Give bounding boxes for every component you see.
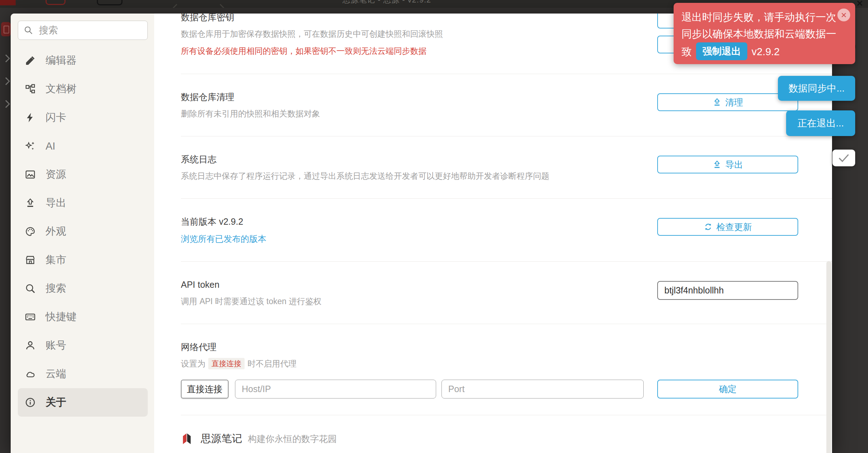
section-title: 网络代理 (181, 340, 626, 353)
toast-text-line2: 同步以确保本地数据和云端数据一 (681, 26, 847, 42)
check-update-button-label: 检查更新 (716, 221, 752, 233)
sidebar-item-label: 搜索 (46, 281, 66, 296)
chevron-forward-icon (220, 0, 237, 8)
doc-tree-icon (25, 84, 36, 94)
background-icon-fragment (46, 0, 66, 5)
sidebar-item-label: 集市 (46, 253, 66, 267)
chevron-right-icon (4, 76, 11, 86)
refresh-icon (704, 222, 713, 231)
toast-text-line1: 退出时同步失败，请手动执行一次 (681, 9, 847, 26)
section-title: 数据仓库密钥 (181, 14, 443, 24)
sidebar-item-marketplace[interactable]: 集市 (18, 246, 148, 274)
settings-dialog: 编辑器 文档树 闪卡 (11, 14, 832, 453)
sidebar-item-editor[interactable]: 编辑器 (18, 46, 148, 75)
section-desc: 设置为直接连接时不启用代理 (181, 358, 626, 370)
direct-connect-tag: 直接连接 (208, 358, 245, 369)
force-quit-button[interactable]: 强制退出 (696, 42, 747, 60)
sidebar-item-hotkeys[interactable]: 快捷键 (18, 303, 148, 331)
section-network-proxy: 网络代理 设置为直接连接时不启用代理 直接连接 确定 (181, 324, 798, 415)
sidebar-item-label: AI (46, 140, 55, 152)
dock-tab-icon (1, 22, 11, 36)
sidebar-item-export[interactable]: 导出 (18, 189, 148, 217)
close-icon: × (857, 0, 863, 8)
section-desc: 调用 API 时需要通过该 token 进行鉴权 (181, 295, 321, 307)
sidebar-item-label: 文档树 (46, 82, 77, 96)
cloud-icon (25, 369, 36, 379)
chevron-back-icon (160, 0, 177, 8)
person-icon (25, 340, 36, 351)
store-icon (25, 255, 36, 265)
close-icon: ✕ (841, 11, 847, 19)
sidebar-item-ai[interactable]: AI (18, 132, 148, 160)
sidebar-item-label: 编辑器 (46, 53, 77, 68)
check-icon (838, 153, 850, 163)
sidebar-item-label: 资源 (46, 167, 66, 182)
chevron-right-icon (4, 53, 11, 63)
sparkles-icon (25, 141, 36, 151)
purge-button-label: 清理 (725, 97, 743, 108)
sidebar-item-account[interactable]: 账号 (18, 331, 148, 360)
sidebar-item-doc-tree[interactable]: 文档树 (18, 75, 148, 103)
image-icon (25, 169, 36, 180)
proxy-confirm-button[interactable]: 确定 (657, 380, 798, 399)
chevron-right-icon (4, 99, 11, 109)
app-slogan: 构建你永恒的数字花园 (248, 433, 337, 445)
sidebar-item-label: 外观 (46, 224, 66, 239)
upload-icon (25, 198, 36, 208)
background-logo-fragment (0, 0, 16, 5)
window-title: 思源笔记 - 思源 - v2.9.2 (343, 0, 431, 5)
sidebar-item-assets[interactable]: 资源 (18, 160, 148, 189)
keyboard-icon (97, 0, 122, 5)
check-update-button[interactable]: 检查更新 (657, 218, 798, 236)
proxy-controls-row: 直接连接 确定 (181, 380, 798, 399)
proxy-scheme-select[interactable]: 直接连接 (181, 380, 229, 399)
sidebar-item-label: 账号 (46, 338, 66, 353)
scrollbar-thumb[interactable] (826, 261, 831, 453)
search-icon (23, 25, 33, 35)
section-desc: 数据仓库用于加密保存数据快照，可在数据历史中可创建快照和回滚快照 (181, 28, 443, 40)
sidebar-item-cloud[interactable]: 云端 (18, 360, 148, 388)
sidebar-item-label: 导出 (46, 196, 66, 210)
about-footer: 思源笔记 构建你永恒的数字花园 版权所有 (c) 2020-现在 • 云南链滴科… (181, 415, 798, 453)
sidebar-item-search[interactable]: 搜索 (18, 274, 148, 303)
section-system-log: 系统日志 系统日志中保存了程序运行记录，通过导出系统日志发送给开发者可以更好地帮… (181, 136, 798, 198)
proxy-host-input[interactable] (235, 380, 436, 399)
toast-text-line3: 致强制退出v2.9.2 (681, 42, 847, 60)
repo-key-warning: 所有设备必须使用相同的密钥，如果密钥不一致则无法云端同步数据 (181, 45, 443, 57)
sidebar-item-label: 闪卡 (46, 110, 66, 125)
app-name: 思源笔记 (201, 432, 242, 446)
sidebar-item-flashcard[interactable]: 闪卡 (18, 103, 148, 132)
section-title: 数据仓库清理 (181, 90, 320, 103)
current-version-label: 当前版本 v2.9.2 (181, 215, 266, 228)
lightning-icon (25, 112, 36, 123)
sidebar-item-about[interactable]: 关于 (18, 388, 148, 417)
sidebar-item-label: 快捷键 (46, 310, 77, 324)
all-releases-link[interactable]: 浏览所有已发布的版本 (181, 233, 266, 245)
toast-version: v2.9.2 (752, 46, 780, 57)
sidebar-item-label: 云端 (46, 367, 66, 381)
pencil-icon (25, 55, 36, 66)
confirm-check-button[interactable] (832, 150, 855, 166)
section-repo-purge: 数据仓库清理 删除所有未引用的快照和相关数据对象 清理 (181, 74, 798, 136)
proxy-confirm-label: 确定 (719, 383, 737, 395)
api-token-input[interactable] (657, 281, 798, 300)
palette-icon (25, 226, 36, 237)
sidebar-item-appearance[interactable]: 外观 (18, 217, 148, 246)
settings-nav: 编辑器 文档树 闪卡 (11, 46, 154, 417)
section-desc: 系统日志中保存了程序运行记录，通过导出系统日志发送给开发者可以更好地帮助开发者诊… (181, 170, 549, 182)
sync-failed-toast: ✕ 退出时同步失败，请手动执行一次 同步以确保本地数据和云端数据一 致强制退出v… (674, 3, 855, 64)
export-log-button-label: 导出 (725, 159, 743, 171)
info-icon (25, 397, 36, 408)
search-icon (25, 283, 36, 294)
export-log-button[interactable]: 导出 (657, 156, 798, 173)
settings-sidebar: 编辑器 文档树 闪卡 (11, 14, 154, 453)
siyuan-logo (181, 432, 195, 446)
section-title: API token (181, 278, 321, 291)
settings-about-panel: 数据仓库密钥 数据仓库用于加密保存数据快照，可在数据历史中可创建快照和回滚快照 … (154, 14, 832, 453)
section-title: 系统日志 (181, 153, 549, 166)
toast-close-button[interactable]: ✕ (837, 9, 850, 21)
proxy-port-input[interactable] (441, 380, 644, 399)
settings-search-input[interactable] (18, 21, 148, 40)
purge-button[interactable]: 清理 (657, 93, 798, 111)
section-version: 当前版本 v2.9.2 浏览所有已发布的版本 检查更新 (181, 199, 798, 261)
